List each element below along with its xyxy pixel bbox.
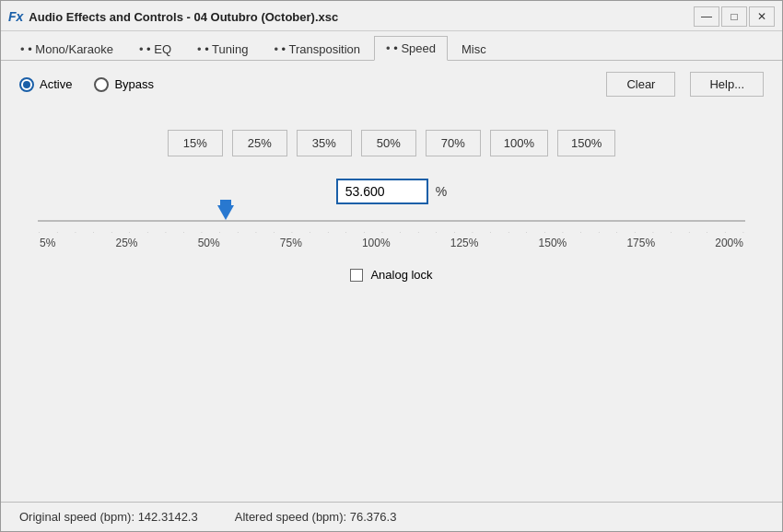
top-row: Active Bypass Clear Help... <box>19 72 764 97</box>
slider-line <box>38 220 745 222</box>
top-buttons: Clear Help... <box>606 72 764 97</box>
preset-25[interactable]: 25% <box>232 130 287 156</box>
main-window: Fx Audio Effects and Controls - 04 Outub… <box>0 0 783 532</box>
dots-row: · · · · · · · · · · · · · · · · · · · · <box>38 230 745 235</box>
scale-75: 75% <box>280 237 302 249</box>
radio-bypass-label: Bypass <box>114 77 154 91</box>
radio-bypass[interactable]: Bypass <box>94 77 154 92</box>
scale-125: 125% <box>450 237 479 249</box>
value-row: % <box>19 179 764 204</box>
radio-active-label: Active <box>40 77 72 91</box>
analog-lock-checkbox[interactable] <box>350 269 363 282</box>
preset-row: 15% 25% 35% 50% 70% 100% 150% <box>19 130 764 156</box>
original-speed: Original speed (bpm): 142.3142.3 <box>19 510 198 524</box>
preset-70[interactable]: 70% <box>426 130 481 156</box>
preset-35[interactable]: 35% <box>297 130 352 156</box>
slider-thumb[interactable] <box>216 200 235 222</box>
scale-150: 150% <box>539 237 567 249</box>
clear-button[interactable]: Clear <box>606 72 675 97</box>
title-bar-controls: — □ ✕ <box>694 6 775 27</box>
original-speed-label: Original speed (bpm): <box>19 510 134 524</box>
minimize-button[interactable]: — <box>694 6 719 27</box>
speed-value-input[interactable] <box>336 179 428 204</box>
preset-150[interactable]: 150% <box>557 130 615 156</box>
radio-active-circle <box>19 77 34 92</box>
radio-group: Active Bypass <box>19 77 154 92</box>
preset-15[interactable]: 15% <box>168 130 223 156</box>
tab-misc[interactable]: Misc <box>450 37 498 61</box>
radio-active[interactable]: Active <box>19 77 72 92</box>
scale-200: 200% <box>715 237 743 249</box>
scale-175: 175% <box>626 237 655 249</box>
slider-track[interactable] <box>38 212 745 230</box>
status-bar: Original speed (bpm): 142.3142.3 Altered… <box>1 502 782 531</box>
preset-100[interactable]: 100% <box>490 130 548 156</box>
help-button[interactable]: Help... <box>690 72 764 97</box>
fx-logo: Fx <box>8 9 23 24</box>
tab-eq[interactable]: • EQ <box>127 37 183 61</box>
scale-25: 25% <box>115 237 137 249</box>
scale-labels: 5% 25% 50% 75% 100% 125% 150% 175% 200% <box>38 237 745 249</box>
window-title: Audio Effects and Controls - 04 Outubro … <box>29 10 338 24</box>
maximize-button[interactable]: □ <box>721 6 747 27</box>
altered-speed: Altered speed (bpm): 76.376.3 <box>235 510 397 524</box>
content-area: Active Bypass Clear Help... 15% 25% 35% … <box>1 61 782 502</box>
scale-100: 100% <box>362 237 391 249</box>
scale-50: 50% <box>198 237 220 249</box>
preset-50[interactable]: 50% <box>361 130 416 156</box>
altered-speed-label: Altered speed (bpm): <box>235 510 346 524</box>
scale-5: 5% <box>40 237 55 249</box>
speed-value-unit: % <box>436 184 447 199</box>
tabs-bar: • Mono/Karaoke • EQ • Tuning • Transposi… <box>1 31 782 61</box>
title-bar: Fx Audio Effects and Controls - 04 Outub… <box>1 1 782 31</box>
analog-lock-label: Analog lock <box>370 268 432 282</box>
analog-lock-row: Analog lock <box>19 268 764 282</box>
tab-speed[interactable]: • Speed <box>374 36 448 61</box>
tab-transposition[interactable]: • Transposition <box>262 37 372 61</box>
slider-container: · · · · · · · · · · · · · · · · · · · · <box>38 212 745 264</box>
altered-speed-value: 76.3 <box>350 510 373 524</box>
tab-tuning[interactable]: • Tuning <box>185 37 260 61</box>
original-speed-value: 142.3 <box>138 510 169 524</box>
tab-mono-karaoke[interactable]: • Mono/Karaoke <box>8 37 125 61</box>
close-button[interactable]: ✕ <box>749 6 775 27</box>
title-bar-left: Fx Audio Effects and Controls - 04 Outub… <box>8 9 338 24</box>
radio-bypass-circle <box>94 77 109 92</box>
